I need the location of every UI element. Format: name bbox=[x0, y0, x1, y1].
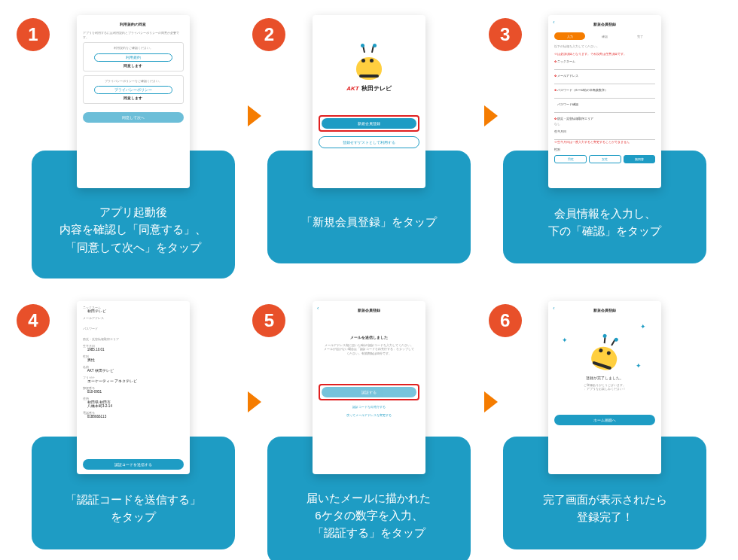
arrow-icon bbox=[248, 391, 261, 412]
screen-title: 新規会員登録 bbox=[554, 22, 655, 27]
phone-screen-2: AKT 秋田テレビ 新規会員登録 登録せずゲストとして利用する bbox=[313, 15, 425, 188]
brand-logo: AKT 秋田テレビ bbox=[319, 84, 419, 93]
gender-male[interactable]: 男性 bbox=[554, 155, 587, 163]
tab-confirm: 確認 bbox=[590, 32, 621, 40]
password-field[interactable] bbox=[554, 93, 655, 99]
back-icon[interactable]: ‹ bbox=[553, 306, 554, 311]
agree-button[interactable]: 同意します bbox=[87, 96, 180, 100]
sparkle-icon: ✦ bbox=[636, 362, 642, 370]
reissue-link[interactable]: 認証コードを再発行する bbox=[319, 405, 419, 409]
done-heading: 登録が完了しました。 bbox=[554, 376, 655, 380]
register-button[interactable]: 新規会員登録 bbox=[322, 118, 416, 129]
gender-female[interactable]: 女性 bbox=[589, 155, 621, 163]
next-button[interactable]: 同意して次へ bbox=[83, 112, 184, 123]
step-badge: 6 bbox=[489, 304, 522, 337]
auth-button[interactable]: 認証する bbox=[322, 387, 416, 397]
arrow-icon bbox=[248, 105, 261, 126]
home-button[interactable]: ホーム画面へ bbox=[554, 415, 655, 425]
gender-segment: 男性 女性 無回答 bbox=[554, 155, 655, 163]
step-2: 2 AKT 秋田テレビ 新規会員登録 登録せずゲストとして利用する 「新規会員登… bbox=[258, 15, 479, 278]
phone-screen-3: ‹ 新規会員登録 入力 確認 完了 以下の情報を入力してください。 ※は必須項目… bbox=[548, 15, 661, 188]
area-field[interactable]: なし bbox=[554, 122, 655, 126]
password-confirm-field[interactable] bbox=[554, 108, 655, 113]
step-badge: 4 bbox=[17, 304, 50, 337]
mail-sent-heading: メールを送信しました bbox=[319, 335, 419, 339]
step-badge: 1 bbox=[17, 18, 50, 51]
step-6: 6 ‹ 新規会員登録 ✦ ✦ ✦ 登録が完了しました。 ご登録ありがとうございま… bbox=[495, 301, 715, 560]
back-icon[interactable]: ‹ bbox=[553, 20, 554, 25]
bee-mascot-icon bbox=[353, 48, 385, 80]
phone-screen-1: 利用規約の同意 アプリを利用するには利用規約とプライバシーポリシーの同意が必要で… bbox=[77, 15, 190, 188]
step-badge: 5 bbox=[252, 304, 285, 337]
arrow-icon bbox=[484, 105, 498, 126]
phone-screen-5: ‹ 新規会員登録 メールを送信しました メールアドレス宛に届いた6桁の認証コード… bbox=[313, 301, 425, 474]
screen-title: 利用規約の同意 bbox=[83, 22, 184, 27]
phone-screen-6: ‹ 新規会員登録 ✦ ✦ ✦ 登録が完了しました。 ご登録ありがとうございます。… bbox=[548, 301, 661, 474]
lead-text: アプリを利用するには利用規約とプライバシーポリシーの同意が必要です。 bbox=[83, 31, 184, 39]
step-3: 3 ‹ 新規会員登録 入力 確認 完了 以下の情報を入力してください。 ※は必須… bbox=[495, 15, 715, 278]
privacy-link[interactable]: プライバシーポリシー bbox=[94, 86, 172, 94]
highlight-box: 新規会員登録 bbox=[319, 115, 419, 132]
back-icon[interactable]: ‹ bbox=[317, 306, 319, 311]
step-badge: 3 bbox=[489, 18, 522, 51]
step-4: 4 ニックネーム秋田テレビ メールアドレス パスワード 防災・災害情報取得エリア… bbox=[23, 301, 243, 560]
birthday-field[interactable] bbox=[554, 135, 655, 140]
highlight-box: 認証する bbox=[319, 384, 419, 400]
tab-done: 完了 bbox=[625, 32, 656, 40]
step-5: 5 ‹ 新規会員登録 メールを送信しました メールアドレス宛に届いた6桁の認証コ… bbox=[258, 301, 479, 560]
guest-button[interactable]: 登録せずゲストとして利用する bbox=[319, 136, 419, 148]
step-badge: 2 bbox=[252, 18, 285, 51]
change-mail-link[interactable]: 戻ってメールアドレスを変更する bbox=[319, 413, 419, 417]
terms-link[interactable]: 利用規約 bbox=[94, 53, 172, 62]
send-code-button[interactable]: 認証コードを送信する bbox=[83, 459, 184, 470]
privacy-box: プライバシーポリシーをご確認ください。 プライバシーポリシー 同意します bbox=[83, 75, 184, 105]
arrow-icon bbox=[484, 391, 498, 412]
terms-box: 利用規約をご確認ください。 利用規約 同意します bbox=[83, 42, 184, 72]
email-field[interactable] bbox=[554, 79, 655, 84]
progress-tabs: 入力 確認 完了 bbox=[554, 32, 655, 40]
nickname-field[interactable] bbox=[554, 65, 655, 70]
agree-button[interactable]: 同意します bbox=[87, 64, 180, 68]
gender-none[interactable]: 無回答 bbox=[624, 155, 656, 163]
bee-mascot-icon bbox=[586, 336, 624, 373]
tab-input: 入力 bbox=[554, 32, 585, 40]
sparkle-icon: ✦ bbox=[640, 323, 646, 330]
step-1: 1 利用規約の同意 アプリを利用するには利用規約とプライバシーポリシーの同意が必… bbox=[23, 15, 243, 278]
sparkle-icon: ✦ bbox=[562, 336, 568, 344]
screen-title: 新規会員登録 bbox=[319, 308, 419, 313]
phone-screen-4: ニックネーム秋田テレビ メールアドレス パスワード 防災・災害情報取得エリア 生… bbox=[77, 301, 190, 474]
mail-description: メールアドレス宛に届いた6桁の認証コードを入力してください。メールが届かない場合… bbox=[319, 344, 419, 357]
screen-title: 新規会員登録 bbox=[554, 308, 655, 313]
